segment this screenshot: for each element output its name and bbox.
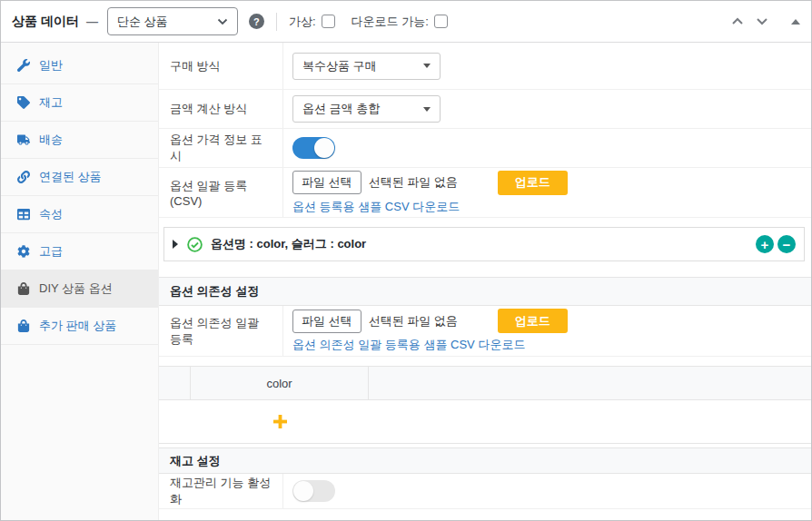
title-dash: — [86, 15, 98, 28]
table-header-cell-color: color [191, 367, 369, 399]
sidebar-item-diy-product-options[interactable]: DIY 상품 옵션 [1, 270, 158, 308]
header-controls [731, 17, 800, 25]
purchase-method-select[interactable]: 복수상품 구매 [292, 53, 441, 80]
tag-icon [17, 96, 30, 109]
dependency-bulk-label: 옵션 의존성 일괄 등록 [159, 306, 283, 356]
wrench-icon [17, 59, 30, 72]
remove-option-button[interactable]: − [777, 235, 796, 253]
stock-section-title: 재고 설정 [170, 453, 221, 469]
dependency-table-header: color [159, 367, 811, 400]
dependency-section-header: 옵션 의존성 설정 [159, 277, 811, 306]
dependency-table: color [159, 366, 811, 444]
file-status-text: 선택된 파일 없음 [369, 174, 458, 191]
purchase-method-label: 구매 방식 [159, 43, 283, 89]
bulk-option-csv-label: 옵션 일괄 등록 (CSV) [159, 168, 283, 217]
sidebar-item-general[interactable]: 일반 [1, 47, 158, 84]
product-type-value: 단순 상품 [117, 14, 168, 30]
caret-down-icon [423, 107, 431, 112]
purchase-method-value: 복수상품 구매 [302, 58, 377, 74]
sidebar-item-linked-products[interactable]: 연결된 상품 [1, 159, 158, 196]
table-header-cell-empty [369, 367, 811, 399]
price-calc-label: 금액 계산 방식 [159, 90, 283, 128]
price-calc-select[interactable]: 옵션 금액 총합 [292, 95, 441, 123]
stock-management-toggle[interactable] [292, 480, 335, 502]
upload-button[interactable]: 업로드 [498, 171, 568, 195]
sidebar-item-inventory[interactable]: 재고 [1, 84, 158, 122]
file-status-text: 선택된 파일 없음 [369, 313, 458, 329]
plus-icon [273, 415, 287, 428]
sidebar-item-label: 일반 [39, 57, 63, 74]
caret-down-icon [423, 64, 431, 68]
move-up-icon[interactable] [731, 17, 744, 25]
shopping-bag-icon [17, 319, 30, 332]
gear-icon [17, 245, 30, 258]
option-price-display-toggle[interactable] [292, 137, 335, 159]
sidebar-item-label: 배송 [39, 132, 63, 148]
file-select-button[interactable]: 파일 선택 [292, 310, 361, 333]
toggle-knob [293, 481, 313, 501]
sidebar-item-attributes[interactable]: 속성 [1, 196, 158, 233]
downloadable-check-group: 다운로드 가능: [352, 14, 448, 30]
sidebar-item-label: 속성 [39, 206, 63, 222]
dependency-sample-csv-link[interactable]: 옵션 의존성 일괄 등록용 샘플 CSV 다운로드 [292, 337, 525, 353]
purchase-method-row: 구매 방식 복수상품 구매 [159, 43, 811, 90]
file-select-button[interactable]: 파일 선택 [292, 171, 361, 194]
stock-management-row: 재고관리 기능 활성화 [159, 474, 811, 509]
option-price-display-label: 옵션 가격 정보 표시 [159, 129, 283, 167]
table-header-cell-empty [159, 367, 191, 399]
downloadable-checkbox[interactable] [434, 15, 448, 28]
table-icon [17, 208, 30, 221]
sidebar: 일반 재고 배송 연결된 상품 속성 고급 [1, 43, 159, 521]
panel-body: 일반 재고 배송 연결된 상품 속성 고급 [1, 43, 811, 521]
stock-management-label: 재고관리 기능 활성화 [159, 474, 283, 508]
sample-csv-link[interactable]: 옵션 등록용 샘플 CSV 다운로드 [292, 199, 460, 215]
expand-caret-icon[interactable] [173, 240, 178, 249]
sidebar-item-upsell-products[interactable]: 추가 판매 상품 [1, 308, 158, 345]
sidebar-item-label: 고급 [39, 243, 63, 260]
dependency-bulk-row: 옵션 의존성 일괄 등록 파일 선택 선택된 파일 없음 업로드 옵션 의존성 … [159, 306, 811, 357]
panel-header: 상품 데이터 — 단순 상품 ? 가상: 다운로드 가능: [1, 1, 811, 43]
product-data-panel: 상품 데이터 — 단순 상품 ? 가상: 다운로드 가능: [0, 0, 812, 521]
add-option-button[interactable]: + [756, 235, 774, 253]
option-price-display-row: 옵션 가격 정보 표시 [159, 129, 811, 168]
truck-icon [17, 133, 30, 146]
upload-button[interactable]: 업로드 [498, 309, 568, 333]
option-accordion-row[interactable]: 옵션명 : color, 슬러그 : color + − [163, 227, 805, 261]
price-calc-row: 금액 계산 방식 옵션 금액 총합 [159, 90, 811, 129]
panel-title: 상품 데이터 [12, 14, 79, 30]
stock-section-header: 재고 설정 [159, 447, 811, 474]
add-dependency-button[interactable] [273, 415, 287, 428]
diy-options-pane: 구매 방식 복수상품 구매 금액 계산 방식 옵션 금액 총합 [159, 43, 811, 521]
option-summary: 옵션명 : color, 슬러그 : color [211, 236, 366, 252]
product-type-select[interactable]: 단순 상품 [107, 7, 238, 35]
collapse-toggle-icon[interactable] [791, 19, 800, 25]
dependency-section-title: 옵션 의존성 설정 [170, 283, 259, 300]
downloadable-label: 다운로드 가능: [352, 14, 429, 30]
sidebar-item-shipping[interactable]: 배송 [1, 122, 158, 159]
shopping-bag-icon [17, 282, 30, 295]
price-calc-value: 옵션 금액 총합 [302, 101, 380, 117]
virtual-check-group: 가상: [289, 14, 335, 30]
bulk-option-csv-row: 옵션 일괄 등록 (CSV) 파일 선택 선택된 파일 없음 업로드 옵션 등록… [159, 168, 811, 218]
sidebar-item-label: 추가 판매 상품 [39, 318, 116, 334]
virtual-label: 가상: [289, 14, 316, 30]
sidebar-item-advanced[interactable]: 고급 [1, 233, 158, 270]
sidebar-item-label: 연결된 상품 [39, 169, 102, 185]
header-divider [276, 13, 277, 31]
sidebar-item-label: DIY 상품 옵션 [39, 280, 113, 297]
help-icon[interactable]: ? [249, 14, 264, 29]
dependency-table-body-row [159, 400, 811, 443]
check-circle-icon [187, 237, 203, 252]
sidebar-item-label: 재고 [39, 94, 63, 111]
link-icon [17, 171, 30, 183]
chevron-down-icon [217, 18, 228, 25]
move-down-icon[interactable] [756, 17, 768, 25]
toggle-knob [314, 138, 334, 158]
virtual-checkbox[interactable] [322, 15, 335, 28]
